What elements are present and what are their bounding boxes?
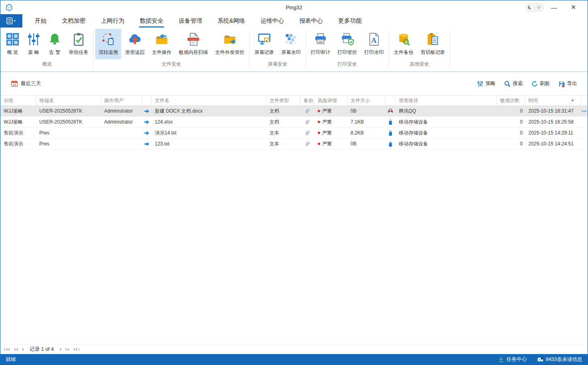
cell-group: 售前演示 (0, 139, 36, 149)
cell-channel-icon (385, 128, 396, 138)
column-header-time[interactable]: 时间 (525, 96, 581, 105)
cell-channel-icon (385, 106, 396, 116)
status-ready-label: 就绪 (6, 356, 16, 363)
column-header-count[interactable]: 敏感次数 (497, 96, 525, 105)
tab-more-features[interactable]: 更多功能 (331, 14, 370, 28)
policy-button[interactable]: 策略 (477, 80, 496, 87)
search-button[interactable]: 搜索 (504, 80, 523, 87)
group-separator (249, 31, 250, 67)
column-header-backup[interactable]: 备份 (300, 96, 314, 105)
cell-filetype: 文本 (266, 139, 300, 149)
ribbon-button-policy[interactable]: 策 略 (24, 29, 44, 59)
message-icon (537, 356, 543, 363)
cell-filesize: 7.1KB (347, 117, 385, 127)
main-menu-button[interactable] (0, 14, 22, 28)
ribbon-button-overview[interactable]: 概 览 (2, 29, 23, 59)
theme-toggle[interactable] (525, 3, 544, 12)
usb-icon (387, 130, 393, 136)
ribbon-button-screen-watermark[interactable]: 屏幕水印 (278, 29, 304, 59)
column-header-channel-icon[interactable] (385, 96, 396, 105)
next-page-button[interactable] (60, 348, 62, 351)
status-bar: 就绪 任务中心 8433条未读信息 (0, 354, 588, 365)
unread-messages-button[interactable]: 8433条未读信息 (537, 356, 582, 363)
table-row[interactable]: 售前演示Pres123.txt文本严重0B移动存储设备02025-10-15 1… (0, 139, 588, 149)
close-button[interactable]: ✕ (564, 1, 583, 13)
ribbon-button-file-backup[interactable]: 文件备份 (391, 29, 417, 59)
export-icon (558, 81, 565, 87)
tab-start[interactable]: 开始 (27, 14, 54, 28)
column-header-group[interactable]: 分组 (0, 96, 36, 105)
cell-count: 0 (497, 128, 525, 138)
ribbon-button-alerts[interactable]: 告 警 (45, 29, 65, 59)
ribbon-button-label: 敏感内容扫描 (179, 49, 208, 56)
ribbon-button-print-watermark[interactable]: A打印水印 (361, 29, 387, 59)
table-body: WJJ策略USER-20250526TKAdministrator新建 DOCX… (0, 106, 588, 344)
cell-arrow (142, 128, 152, 138)
fast-next-button[interactable] (65, 348, 71, 351)
first-page-button[interactable] (4, 348, 10, 351)
task-center-button[interactable]: 任务中心 (498, 356, 527, 363)
tab-ops-center[interactable]: 运维中心 (253, 14, 292, 28)
ribbon-button-outgoing-control[interactable]: 文件外发管控 (212, 29, 248, 59)
ribbon-button-print-audit[interactable]: 打印审计 (308, 29, 334, 59)
table-row[interactable]: WJJ策略USER-20250526TKAdministrator新建 DOCX… (0, 106, 588, 117)
prev-page-button[interactable] (21, 348, 24, 351)
column-header-risk[interactable]: 风险评级 (314, 96, 347, 105)
table-row[interactable]: 售前演示Pres演示14.txt文本严重8.2KB移动存储设备02025-10-… (0, 128, 588, 139)
tab-report-center[interactable]: 报表中心 (292, 14, 331, 28)
group-separator (306, 31, 306, 67)
ribbon-button-label: 概 览 (7, 49, 18, 56)
ribbon-group-4: 文件备份剪切板记录其他安全 (390, 28, 449, 71)
doc-a-icon: A (367, 32, 381, 46)
ribbon-button-file-trace[interactable]: 流转追溯 (95, 29, 121, 59)
group-separator (389, 31, 389, 67)
usb-icon (387, 119, 393, 125)
sun-icon[interactable] (535, 4, 542, 11)
column-header-arrow[interactable] (142, 96, 152, 105)
ribbon-button-sensitive-scan[interactable]: 敏感内容扫描 (175, 29, 211, 59)
minimize-button[interactable]: — (545, 1, 563, 13)
folder-out-icon (223, 32, 237, 46)
ribbon-button-approval-tasks[interactable]: 审批任务 (66, 29, 92, 59)
bell-icon (48, 32, 62, 46)
filter-caret-icon[interactable] (571, 98, 575, 102)
tab-data-security[interactable]: 数据安全 (132, 14, 171, 28)
cell-backup (300, 117, 314, 127)
tab-system-network[interactable]: 系统&网络 (210, 14, 253, 28)
column-header-terminal[interactable]: 终端名 (36, 96, 101, 105)
row-actions-button[interactable] (581, 108, 588, 114)
ribbon-button-label: 文件备份 (394, 49, 413, 56)
ribbon-button-label: 屏幕水印 (281, 49, 301, 56)
ribbon-button-file-operations[interactable]: 文件操作 (149, 29, 175, 59)
cell-filetype: 文本 (266, 128, 300, 138)
ribbon-button-screen-record[interactable]: 屏幕记录 (251, 29, 277, 59)
cell-backup (300, 106, 314, 116)
search-icon (504, 81, 511, 87)
tab-doc-encrypt[interactable]: 文档加密 (54, 14, 93, 28)
export-button[interactable]: 导出 (558, 80, 577, 87)
tab-web-behavior[interactable]: 上网行为 (93, 14, 132, 28)
cell-filetype: 文档 (266, 106, 300, 116)
date-range-filter[interactable]: 23 最近三天 (11, 80, 41, 87)
tab-device-mgmt[interactable]: 设备管理 (171, 14, 210, 28)
column-header-channel[interactable]: 泄密途径 (396, 96, 497, 105)
column-header-filesize[interactable]: 文件大小 (347, 96, 385, 105)
column-header-filetype[interactable]: 文件类型 (266, 96, 300, 105)
fast-prev-button[interactable] (13, 348, 18, 351)
refresh-button[interactable]: 刷新 (531, 80, 550, 87)
moon-icon[interactable] (527, 5, 532, 10)
svg-text:A: A (371, 36, 376, 45)
ribbon-button-leak-tracking[interactable]: 泄密追踪 (122, 29, 148, 59)
search-label: 搜索 (513, 80, 523, 87)
column-header-filename[interactable]: 文件名 (152, 96, 266, 105)
last-page-button[interactable] (73, 348, 79, 351)
ribbon-button-print-control[interactable]: 打印管控 (334, 29, 360, 59)
cell-filename: 演示14.txt (152, 128, 266, 138)
ribbon-button-clipboard-record[interactable]: 剪切板记录 (417, 29, 448, 59)
table-row[interactable]: WJJ策略USER-20250526TKAdministrator124.xls… (0, 117, 588, 128)
monitor-icon (257, 32, 271, 46)
column-header-operator[interactable]: 操作用户 (101, 96, 142, 105)
risk-dot (318, 110, 320, 112)
doc-scan-icon (186, 32, 200, 46)
column-header-actions[interactable] (581, 96, 588, 105)
